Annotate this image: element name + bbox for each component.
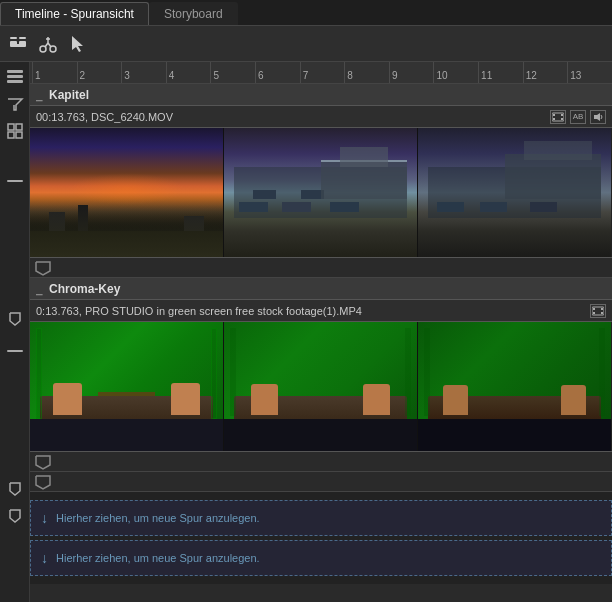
ruler-mark-4: 4: [166, 62, 211, 83]
svg-rect-0: [10, 37, 17, 39]
track-marker-icon-3[interactable]: [2, 503, 28, 529]
svg-rect-13: [7, 75, 23, 78]
minus-icon[interactable]: [2, 168, 28, 194]
svg-rect-19: [7, 180, 23, 182]
svg-marker-11: [72, 36, 83, 52]
kapitel-thumb-3: [418, 128, 612, 257]
drop-zone-1[interactable]: ↓ Hierher ziehen, um neue Spur anzulegen…: [30, 500, 612, 536]
kapitel-info-bar: 00:13.763, DSC_6240.MOV AB: [30, 106, 612, 128]
ruler-mark-1: 1: [32, 62, 77, 83]
marker-triangle-2: [34, 454, 52, 470]
ruler-mark-11: 11: [478, 62, 523, 83]
cut-icon[interactable]: [34, 30, 62, 58]
svg-rect-30: [593, 312, 595, 314]
chroma-thumb-3: [418, 322, 612, 451]
svg-rect-22: [553, 114, 555, 116]
svg-rect-31: [601, 312, 603, 314]
ruler-mark-2: 2: [77, 62, 122, 83]
ruler-mark-12: 12: [523, 62, 568, 83]
chroma-bottom-marker-1: [30, 452, 612, 472]
svg-rect-24: [553, 118, 555, 120]
film-icon[interactable]: [550, 110, 566, 124]
chroma-thumbnail-strip: [30, 322, 612, 452]
svg-rect-17: [8, 132, 14, 138]
tracks-area: 1 2 3 4 5 6 7 8 9 10 11 12 13 ⎯: [30, 62, 612, 602]
ruler-mark-8: 8: [344, 62, 389, 83]
svg-rect-4: [15, 44, 21, 47]
drop-zone-2-label: Hierher ziehen, um neue Spur anzulegen.: [56, 552, 260, 564]
svg-rect-16: [16, 124, 22, 130]
marker-triangle-3: [34, 474, 52, 490]
kapitel-track-header: ⎯ Kapitel: [30, 84, 612, 106]
chroma-info-bar: 0:13.763, PRO STUDIO in green screen fre…: [30, 300, 612, 322]
svg-rect-25: [561, 118, 563, 120]
svg-marker-26: [594, 113, 600, 121]
svg-rect-1: [19, 37, 26, 39]
chroma-minus-icon[interactable]: ⎯: [36, 283, 43, 295]
timeline-ruler: 1 2 3 4 5 6 7 8 9 10 11 12 13: [30, 62, 612, 84]
svg-rect-28: [593, 308, 595, 310]
ruler-marks: 1 2 3 4 5 6 7 8 9 10 11 12 13: [30, 62, 612, 83]
svg-rect-12: [7, 70, 23, 73]
kapitel-icons: AB: [550, 110, 606, 124]
svg-rect-14: [7, 80, 23, 83]
ruler-mark-10: 10: [433, 62, 478, 83]
filter-icon[interactable]: [2, 91, 28, 117]
kapitel-thumbnail-strip: [30, 128, 612, 258]
left-sidebar: [0, 62, 30, 602]
audio-icon[interactable]: [590, 110, 606, 124]
chroma-thumb-1: [30, 322, 224, 451]
snap-icon[interactable]: [4, 30, 32, 58]
svg-rect-29: [601, 308, 603, 310]
ruler-mark-6: 6: [255, 62, 300, 83]
ruler-mark-13: 13: [567, 62, 612, 83]
marker-triangle-1: [34, 260, 52, 276]
kapitel-bottom-marker: [30, 258, 612, 278]
chroma-thumb-2: [224, 322, 418, 451]
drop-icon-1: ↓: [41, 510, 48, 526]
ruler-mark-9: 9: [389, 62, 434, 83]
chroma-film-icon[interactable]: [590, 304, 606, 318]
chapter-minus-icon[interactable]: ⎯: [36, 89, 43, 101]
chroma-timecode: 0:13.763, PRO STUDIO in green screen fre…: [36, 305, 362, 317]
ruler-mark-7: 7: [300, 62, 345, 83]
drop-icon-2: ↓: [41, 550, 48, 566]
content-area: 1 2 3 4 5 6 7 8 9 10 11 12 13 ⎯: [0, 62, 612, 602]
ab-icon[interactable]: AB: [570, 110, 586, 124]
layers-icon[interactable]: [2, 64, 28, 90]
drop-zones-section: ↓ Hierher ziehen, um neue Spur anzulegen…: [30, 492, 612, 584]
chroma-bottom-marker-2: [30, 472, 612, 492]
chroma-icons: [590, 304, 606, 318]
svg-rect-23: [561, 114, 563, 116]
tab-bar: Timeline - Spuransicht Storyboard: [0, 0, 612, 26]
toolbar: [0, 26, 612, 62]
track-marker-icon-1[interactable]: [2, 306, 28, 332]
grid-icon[interactable]: [2, 118, 28, 144]
app-window: Timeline - Spuransicht Storyboard: [0, 0, 612, 602]
drop-zone-2[interactable]: ↓ Hierher ziehen, um neue Spur anzulegen…: [30, 540, 612, 576]
minus-chroma-icon[interactable]: [2, 338, 28, 364]
chroma-label: Chroma-Key: [49, 282, 120, 296]
svg-line-8: [48, 43, 51, 47]
drop-zone-1-label: Hierher ziehen, um neue Spur anzulegen.: [56, 512, 260, 524]
kapitel-timecode: 00:13.763, DSC_6240.MOV: [36, 111, 173, 123]
kapitel-thumb-2: [224, 128, 418, 257]
chroma-track-header: ⎯ Chroma-Key: [30, 278, 612, 300]
tab-storyboard[interactable]: Storyboard: [149, 2, 238, 25]
arrow-icon[interactable]: [64, 30, 92, 58]
tab-timeline[interactable]: Timeline - Spuransicht: [0, 2, 149, 25]
ruler-mark-5: 5: [210, 62, 255, 83]
svg-rect-15: [8, 124, 14, 130]
kapitel-thumb-1: [30, 128, 224, 257]
ruler-mark-3: 3: [121, 62, 166, 83]
svg-rect-18: [16, 132, 22, 138]
track-marker-icon-2[interactable]: [2, 476, 28, 502]
svg-rect-20: [7, 350, 23, 352]
kapitel-label: Kapitel: [49, 88, 89, 102]
